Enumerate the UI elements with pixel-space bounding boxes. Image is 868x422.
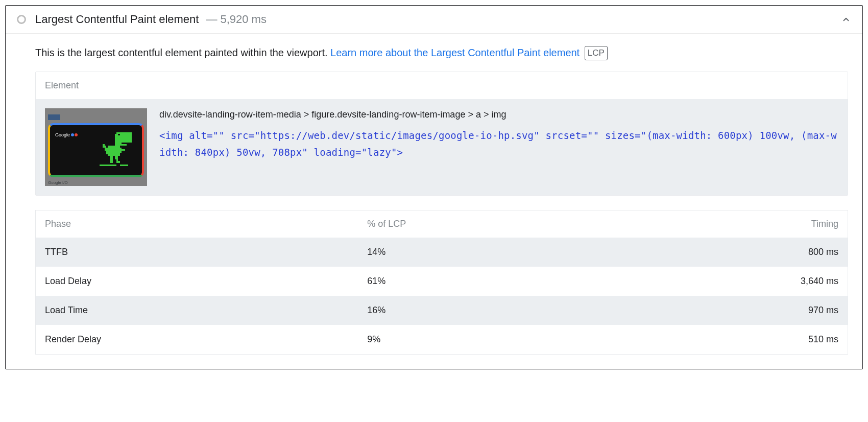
svg-rect-3 — [115, 143, 122, 146]
element-card: Element Google — [35, 72, 848, 196]
col-phase: Phase — [36, 210, 358, 238]
audit-title: Largest Contentful Paint element — [35, 13, 199, 26]
audit-separator: — — [206, 13, 217, 26]
lcp-audit-panel: Largest Contentful Paint element — 5,920… — [5, 5, 863, 369]
table-row: Render Delay 9% 510 ms — [36, 325, 848, 355]
svg-rect-10 — [122, 149, 125, 151]
svg-rect-1 — [115, 134, 116, 143]
thumb-top-button — [48, 114, 60, 120]
cell-phase: TTFB — [36, 238, 358, 267]
table-row: Load Delay 61% 3,640 ms — [36, 267, 848, 296]
svg-rect-4 — [122, 144, 127, 146]
cell-phase: Render Delay — [36, 325, 358, 355]
svg-rect-13 — [116, 159, 118, 161]
cell-timing: 800 ms — [605, 238, 848, 267]
cell-phase: Load Time — [36, 296, 358, 325]
audit-header[interactable]: Largest Contentful Paint element — 5,920… — [6, 6, 862, 34]
audit-description: This is the largest contentful element p… — [35, 45, 848, 60]
svg-rect-7 — [106, 148, 108, 154]
element-row: Google — [36, 99, 848, 195]
dino-icon — [96, 129, 137, 172]
svg-rect-2 — [118, 134, 119, 135]
cell-timing: 510 ms — [605, 325, 848, 355]
table-row: Load Time 16% 970 ms — [36, 296, 848, 325]
cell-percent: 61% — [358, 267, 605, 296]
svg-rect-11 — [110, 156, 113, 161]
audit-time: 5,920 ms — [220, 13, 267, 26]
cell-timing: 3,640 ms — [605, 267, 848, 296]
cell-percent: 16% — [358, 296, 605, 325]
svg-rect-17 — [120, 165, 129, 166]
learn-more-link[interactable]: Learn more about the Largest Contentful … — [330, 47, 580, 58]
svg-rect-16 — [100, 165, 116, 166]
svg-rect-5 — [103, 144, 104, 148]
description-text: This is the largest contentful element p… — [35, 47, 330, 58]
element-selector: div.devsite-landing-row-item-media > fig… — [159, 108, 838, 121]
cell-percent: 14% — [358, 238, 605, 267]
thumb-logo: Google — [55, 132, 78, 137]
chevron-up-icon[interactable] — [841, 14, 851, 25]
cell-timing: 970 ms — [605, 296, 848, 325]
thumb-caption: Google I/O — [48, 179, 144, 186]
element-thumbnail: Google — [45, 108, 147, 186]
cell-phase: Load Delay — [36, 267, 358, 296]
lcp-badge: LCP — [585, 46, 608, 60]
svg-rect-6 — [105, 146, 106, 151]
phase-table: Phase % of LCP Timing TTFB 14% 800 ms Lo… — [35, 210, 848, 355]
table-header-row: Phase % of LCP Timing — [36, 210, 848, 238]
svg-rect-12 — [115, 156, 118, 159]
col-percent: % of LCP — [358, 210, 605, 238]
svg-rect-0 — [116, 132, 132, 143]
svg-rect-15 — [116, 161, 120, 162]
element-html-source: <img alt="" src="https://web.dev/static/… — [159, 127, 838, 161]
audit-body: This is the largest contentful element p… — [6, 34, 862, 369]
status-circle-icon — [17, 15, 26, 24]
svg-rect-8 — [108, 146, 119, 156]
svg-rect-9 — [120, 148, 122, 153]
element-text: div.devsite-landing-row-item-media > fig… — [159, 108, 838, 161]
thumb-frame: Google — [48, 123, 144, 177]
element-card-header: Element — [36, 72, 848, 99]
cell-percent: 9% — [358, 325, 605, 355]
svg-rect-14 — [110, 161, 113, 162]
table-row: TTFB 14% 800 ms — [36, 238, 848, 267]
col-timing: Timing — [605, 210, 848, 238]
